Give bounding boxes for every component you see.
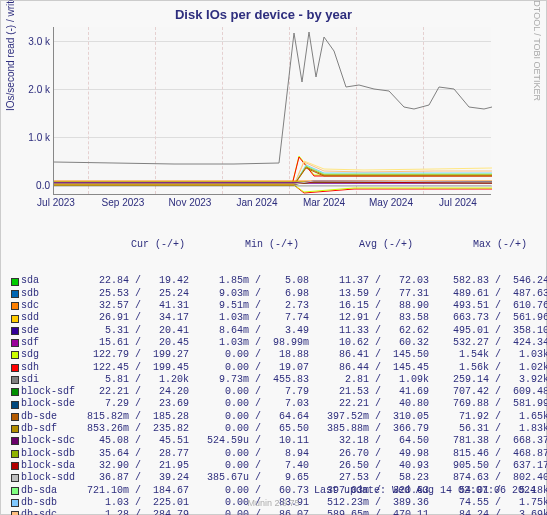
legend-text: sdb 25.53 / 25.24 9.03m / 6.98 13.59 / 7… — [21, 288, 547, 300]
legend-row-sdg: sdg 122.79 / 199.27 0.00 / 18.88 86.41 /… — [11, 349, 547, 361]
legend-row-sdc: sdc 32.57 / 41.31 9.51m / 2.73 16.15 / 8… — [11, 300, 547, 312]
legend-swatch — [11, 425, 19, 433]
xtick-6: Jul 2024 — [433, 197, 483, 208]
legend-row-block-sda: block-sda 32.90 / 21.95 0.00 / 7.40 26.5… — [11, 460, 547, 472]
legend-text: db-sde 815.82m / 185.28 0.00 / 64.64 397… — [21, 411, 547, 423]
legend-swatch — [11, 450, 19, 458]
legend-text: block-sdf 22.21 / 24.20 0.00 / 7.79 21.5… — [21, 386, 547, 398]
legend-text: sdf 15.61 / 20.45 1.03m / 98.99m 10.62 /… — [21, 337, 547, 349]
legend-row-block-sdd: block-sdd 36.87 / 39.24 385.67u / 9.65 2… — [11, 472, 547, 484]
legend-swatch — [11, 351, 19, 359]
legend-text: sdc 32.57 / 41.31 9.51m / 2.73 16.15 / 8… — [21, 300, 547, 312]
legend-row-sdh: sdh 122.45 / 199.45 0.00 / 19.07 86.44 /… — [11, 362, 547, 374]
legend-text: block-sde 7.29 / 23.69 0.00 / 7.03 22.21… — [21, 398, 547, 410]
chart-container: Disk IOs per device - by year IOs/second… — [0, 0, 547, 515]
legend-row-db-sdf: db-sdf 853.26m / 235.82 0.00 / 65.50 385… — [11, 423, 547, 435]
legend-text: sdi 5.81 / 1.20k 9.73m / 455.83 2.81 / 1… — [21, 374, 547, 386]
legend-row-db-sde: db-sde 815.82m / 185.28 0.00 / 64.64 397… — [11, 411, 547, 423]
chart-title: Disk IOs per device - by year — [1, 7, 526, 22]
legend-row-block-sdb: block-sdb 35.64 / 28.77 0.00 / 8.94 26.7… — [11, 448, 547, 460]
legend-swatch — [11, 327, 19, 335]
legend-text: sdg 122.79 / 199.27 0.00 / 18.88 86.41 /… — [21, 349, 547, 361]
legend-text: block-sda 32.90 / 21.95 0.00 / 7.40 26.5… — [21, 460, 547, 472]
xtick-5: May 2024 — [366, 197, 416, 208]
ytick-1: 1.0 k — [6, 132, 50, 143]
xtick-1: Sep 2023 — [98, 197, 148, 208]
legend-text: block-sdd 36.87 / 39.24 385.67u / 9.65 2… — [21, 472, 547, 484]
legend-text: sde 5.31 / 20.41 8.64m / 3.49 11.33 / 62… — [21, 325, 547, 337]
legend-swatch — [11, 413, 19, 421]
legend-swatch — [11, 388, 19, 396]
footer: Munin 2.0.75 — [1, 498, 546, 508]
legend-text: sdd 26.91 / 34.17 1.03m / 7.74 12.91 / 8… — [21, 312, 547, 324]
chart-lines — [54, 27, 492, 195]
legend-row-sde: sde 5.31 / 20.41 8.64m / 3.49 11.33 / 62… — [11, 325, 547, 337]
legend-text: sdh 122.45 / 199.45 0.00 / 19.07 86.44 /… — [21, 362, 547, 374]
xtick-3: Jan 2024 — [232, 197, 282, 208]
legend-text: db-sdf 853.26m / 235.82 0.00 / 65.50 385… — [21, 423, 547, 435]
legend: Cur (-/+) Min (-/+) Avg (-/+) Max (-/+) … — [11, 214, 547, 515]
legend-text: sda 22.84 / 19.42 1.85m / 5.08 11.37 / 7… — [21, 275, 547, 287]
legend-swatch — [11, 302, 19, 310]
legend-swatch — [11, 401, 19, 409]
legend-swatch — [11, 315, 19, 323]
legend-row-sdi: sdi 5.81 / 1.20k 9.73m / 455.83 2.81 / 1… — [11, 374, 547, 386]
legend-row-sdf: sdf 15.61 / 20.45 1.03m / 98.99m 10.62 /… — [11, 337, 547, 349]
legend-text: block-sdc 45.08 / 45.51 524.59u / 10.11 … — [21, 435, 547, 447]
legend-swatch — [11, 437, 19, 445]
legend-row-block-sdc: block-sdc 45.08 / 45.51 524.59u / 10.11 … — [11, 435, 547, 447]
ytick-0: 0.0 — [6, 180, 50, 191]
legend-swatch — [11, 290, 19, 298]
xtick-2: Nov 2023 — [165, 197, 215, 208]
legend-row-block-sdf: block-sdf 22.21 / 24.20 0.00 / 7.79 21.5… — [11, 386, 547, 398]
legend-swatch — [11, 278, 19, 286]
legend-swatch — [11, 376, 19, 384]
legend-swatch — [11, 339, 19, 347]
legend-swatch — [11, 364, 19, 372]
legend-row-db-sdc: db-sdc 1.28 / 284.79 0.00 / 86.07 589.65… — [11, 509, 547, 515]
legend-row-sdb: sdb 25.53 / 25.24 9.03m / 6.98 13.59 / 7… — [11, 288, 547, 300]
xtick-4: Mar 2024 — [299, 197, 349, 208]
legend-row-sdd: sdd 26.91 / 34.17 1.03m / 7.74 12.91 / 8… — [11, 312, 547, 324]
legend-text: db-sdc 1.28 / 284.79 0.00 / 86.07 589.65… — [21, 509, 547, 515]
legend-swatch — [11, 474, 19, 482]
plot-area — [53, 27, 491, 195]
ytick-2: 2.0 k — [6, 84, 50, 95]
last-update: Last update: Wed Aug 14 02:07:06 2024 — [314, 485, 536, 496]
legend-swatch — [11, 462, 19, 470]
legend-row-block-sde: block-sde 7.29 / 23.69 0.00 / 7.03 22.21… — [11, 398, 547, 410]
legend-header-row: Cur (-/+) Min (-/+) Avg (-/+) Max (-/+) — [11, 239, 547, 251]
ytick-3: 3.0 k — [6, 36, 50, 47]
legend-text: block-sdb 35.64 / 28.77 0.00 / 8.94 26.7… — [21, 448, 547, 460]
legend-swatch — [11, 487, 19, 495]
legend-row-sda: sda 22.84 / 19.42 1.85m / 5.08 11.37 / 7… — [11, 275, 547, 287]
watermark: RRDTOOL / TOBI OETIKER — [532, 0, 542, 101]
xtick-0: Jul 2023 — [31, 197, 81, 208]
legend-swatch — [11, 511, 19, 515]
